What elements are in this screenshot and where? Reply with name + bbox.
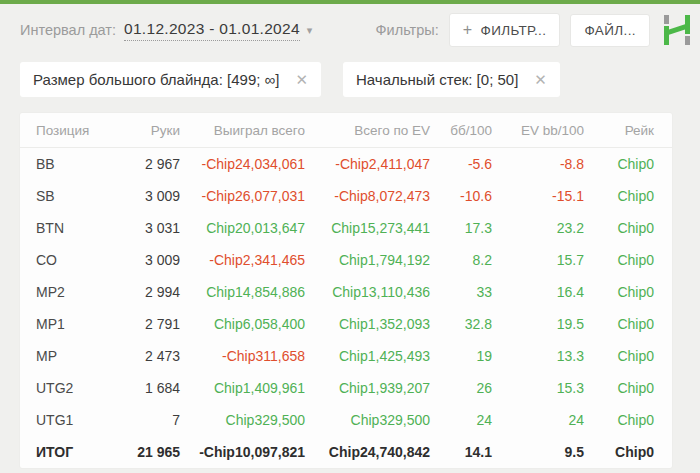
column-header-won-total[interactable]: Выиграл всего xyxy=(180,113,305,148)
position-cell: ИТОГ xyxy=(20,436,130,468)
close-icon[interactable]: ✕ xyxy=(295,72,308,87)
column-header-rake[interactable]: Рейк xyxy=(584,113,672,148)
table-row[interactable]: BB2 967-Chip24,034,061-Chip2,411,047-5.6… xyxy=(20,148,672,181)
won-total-cell: Chip1,409,961 xyxy=(180,372,305,404)
ev-total-cell: Chip24,740,842 xyxy=(305,436,430,468)
hands-cell: 2 473 xyxy=(130,340,180,372)
rake-cell: Chip0 xyxy=(584,212,672,244)
ev-bb100-cell: 19.5 xyxy=(492,308,584,340)
position-cell: UTG2 xyxy=(20,372,130,404)
ev-bb100-cell: -8.8 xyxy=(492,148,584,181)
filter-chip-label: Начальный стек: [0; 50] xyxy=(356,71,518,88)
table-row[interactable]: CO3 009-Chip2,341,465Chip1,794,1928.215.… xyxy=(20,244,672,276)
column-header-ev-total[interactable]: Всего по EV xyxy=(305,113,430,148)
date-range-picker[interactable]: 01.12.2023 - 01.01.2024 ▾ xyxy=(124,20,312,41)
hands-cell: 7 xyxy=(130,404,180,436)
hand2note-h-logo xyxy=(664,15,694,45)
bb100-cell: 14.1 xyxy=(430,436,492,468)
hands-cell: 2 994 xyxy=(130,276,180,308)
ev-total-cell: Chip1,352,093 xyxy=(305,308,430,340)
ev-total-cell: Chip1,794,192 xyxy=(305,244,430,276)
date-interval-label: Интервал дат: xyxy=(20,22,116,38)
hands-cell: 3 009 xyxy=(130,244,180,276)
rake-cell: Chip0 xyxy=(584,372,672,404)
rake-cell: Chip0 xyxy=(584,436,672,468)
filter-chip-label: Размер большого блайнда: [499; ∞] xyxy=(33,71,279,88)
logo-segment xyxy=(685,15,690,34)
date-range-value[interactable]: 01.12.2023 - 01.01.2024 xyxy=(124,20,300,41)
hands-cell: 3 031 xyxy=(130,212,180,244)
column-header-ev-bb100[interactable]: EV bb/100 xyxy=(492,113,584,148)
won-total-cell: -Chip10,097,821 xyxy=(180,436,305,468)
rake-cell: Chip0 xyxy=(584,404,672,436)
position-cell: BB xyxy=(20,148,130,181)
filters-label: Фильтры: xyxy=(376,22,439,38)
filter-chip-big-blind-size[interactable]: Размер большого блайнда: [499; ∞] ✕ xyxy=(20,62,321,97)
table-row[interactable]: UTG17Chip329,500Chip329,5002424Chip0 xyxy=(20,404,672,436)
table-row[interactable]: SB3 009-Chip26,077,031-Chip8,072,473-10.… xyxy=(20,180,672,212)
table-header: Позиция Руки Выиграл всего Всего по EV б… xyxy=(20,113,672,148)
rake-cell: Chip0 xyxy=(584,180,672,212)
toolbar: Интервал дат: 01.12.2023 - 01.01.2024 ▾ … xyxy=(0,4,700,56)
table-row[interactable]: MP2 473-Chip311,658Chip1,425,4931913.3Ch… xyxy=(20,340,672,372)
bb100-cell: 8.2 xyxy=(430,244,492,276)
plus-icon: + xyxy=(463,22,473,38)
table-row[interactable]: UTG21 684Chip1,409,961Chip1,939,2072615.… xyxy=(20,372,672,404)
position-cell: SB xyxy=(20,180,130,212)
bb100-cell: 17.3 xyxy=(430,212,492,244)
won-total-cell: Chip14,854,886 xyxy=(180,276,305,308)
bb100-cell: 19 xyxy=(430,340,492,372)
ev-bb100-cell: 15.3 xyxy=(492,372,584,404)
bb100-cell: 32.8 xyxy=(430,308,492,340)
rake-cell: Chip0 xyxy=(584,308,672,340)
won-total-cell: -Chip24,034,061 xyxy=(180,148,305,181)
filter-chip-starting-stack[interactable]: Начальный стек: [0; 50] ✕ xyxy=(343,62,560,97)
rake-cell: Chip0 xyxy=(584,148,672,181)
table-row[interactable]: MP22 994Chip14,854,886Chip13,110,4363316… xyxy=(20,276,672,308)
ev-bb100-cell: 9.5 xyxy=(492,436,584,468)
caret-down-icon: ▾ xyxy=(307,24,313,37)
logo-segment xyxy=(685,36,690,45)
position-cell: UTG1 xyxy=(20,404,130,436)
bb100-cell: -5.6 xyxy=(430,148,492,181)
table-body: BB2 967-Chip24,034,061-Chip2,411,047-5.6… xyxy=(20,148,672,469)
ev-total-cell: -Chip2,411,047 xyxy=(305,148,430,181)
position-cell: BTN xyxy=(20,212,130,244)
ev-bb100-cell: 15.7 xyxy=(492,244,584,276)
bb100-cell: -10.6 xyxy=(430,180,492,212)
logo-segment xyxy=(664,15,669,24)
bb100-cell: 26 xyxy=(430,372,492,404)
bb100-cell: 33 xyxy=(430,276,492,308)
won-total-cell: -Chip2,341,465 xyxy=(180,244,305,276)
ev-bb100-cell: 13.3 xyxy=(492,340,584,372)
add-filter-button[interactable]: + ФИЛЬТР... xyxy=(449,13,561,47)
rake-cell: Chip0 xyxy=(584,340,672,372)
hands-cell: 3 009 xyxy=(130,180,180,212)
add-filter-button-label: ФИЛЬТР... xyxy=(481,23,547,38)
ev-bb100-cell: 23.2 xyxy=(492,212,584,244)
table-row[interactable]: MP12 791Chip6,058,400Chip1,352,09332.819… xyxy=(20,308,672,340)
won-total-cell: Chip329,500 xyxy=(180,404,305,436)
active-filter-chips: Размер большого блайнда: [499; ∞] ✕ Нача… xyxy=(0,56,700,97)
column-header-position[interactable]: Позиция xyxy=(20,113,130,148)
rake-cell: Chip0 xyxy=(584,276,672,308)
positions-stats-table: Позиция Руки Выиграл всего Всего по EV б… xyxy=(20,113,672,468)
close-icon[interactable]: ✕ xyxy=(534,72,547,87)
ev-total-cell: Chip13,110,436 xyxy=(305,276,430,308)
table-row-total[interactable]: ИТОГ21 965-Chip10,097,821Chip24,740,8421… xyxy=(20,436,672,468)
positions-stats-card: Позиция Руки Выиграл всего Всего по EV б… xyxy=(20,113,672,468)
won-total-cell: Chip6,058,400 xyxy=(180,308,305,340)
file-button[interactable]: ФАЙЛ... xyxy=(570,14,650,47)
ev-total-cell: Chip1,939,207 xyxy=(305,372,430,404)
ev-bb100-cell: -15.1 xyxy=(492,180,584,212)
position-cell: MP1 xyxy=(20,308,130,340)
hands-cell: 21 965 xyxy=(130,436,180,468)
ev-total-cell: Chip15,273,441 xyxy=(305,212,430,244)
ev-bb100-cell: 24 xyxy=(492,404,584,436)
column-header-bb100[interactable]: бб/100 xyxy=(430,113,492,148)
column-header-hands[interactable]: Руки xyxy=(130,113,180,148)
ev-total-cell: Chip1,425,493 xyxy=(305,340,430,372)
table-row[interactable]: BTN3 031Chip20,013,647Chip15,273,44117.3… xyxy=(20,212,672,244)
position-cell: CO xyxy=(20,244,130,276)
toolbar-right-group: Фильтры: + ФИЛЬТР... ФАЙЛ... xyxy=(376,13,682,47)
